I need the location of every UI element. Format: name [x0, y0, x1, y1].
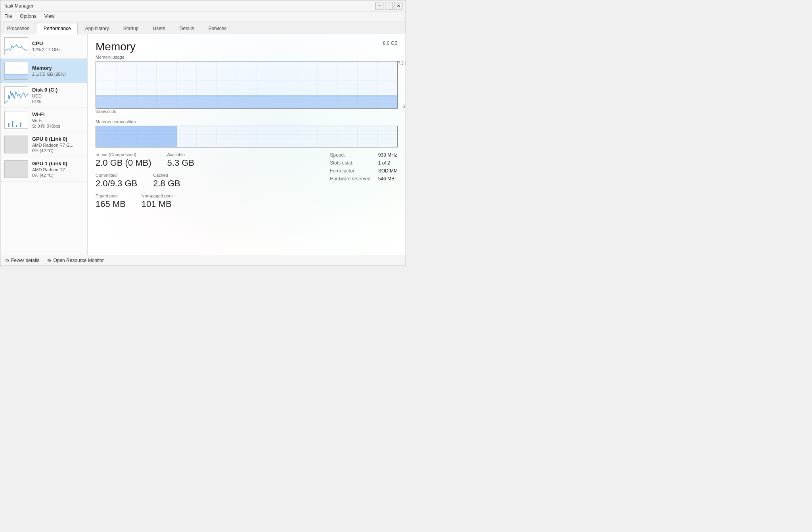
- chart-bottom-scale: 0: [402, 104, 405, 109]
- minimize-button[interactable]: ─: [375, 2, 383, 10]
- main-title: Memory: [96, 40, 398, 53]
- content-area: CPU 12% 2.17 GHz Memory 2.1/7.5 GB (28%): [0, 34, 406, 255]
- menu-options[interactable]: Options: [16, 12, 40, 20]
- hw-value: 546 MB: [378, 176, 398, 182]
- title-bar: Task Manager ─ □ ✕: [0, 0, 406, 11]
- tab-startup[interactable]: Startup: [117, 23, 146, 34]
- speed-value: 933 MHz: [378, 152, 398, 158]
- maximize-button[interactable]: □: [385, 2, 393, 10]
- sidebar: CPU 12% 2.17 GHz Memory 2.1/7.5 GB (28%): [0, 34, 88, 255]
- cpu-detail: 12% 2.17 GHz: [32, 47, 83, 52]
- usage-fill: [96, 96, 397, 108]
- sidebar-item-gpu1[interactable]: GPU 1 (Link 0) AMD Radeon R7 ... 0% (42 …: [0, 157, 87, 182]
- non-paged-label: Non-paged pool: [142, 193, 172, 198]
- wifi-type: Wi-Fi: [32, 118, 83, 123]
- stats-area: In use (Compressed) 2.0 GB (0 MB) Availa…: [96, 152, 398, 209]
- hw-label: Hardware reserved:: [330, 176, 372, 182]
- menu-view[interactable]: View: [40, 12, 59, 20]
- committed-label: Committed: [96, 173, 137, 178]
- gpu1-model: AMD Radeon R7 ...: [32, 167, 83, 172]
- stat-committed: Committed 2.0/9.3 GB: [96, 173, 137, 189]
- disk-info: Disk 0 (C:) HDD 81%: [32, 87, 83, 104]
- bottom-bar: ⊙ Fewer details ⊛ Open Resource Monitor: [0, 255, 406, 266]
- disk-name: Disk 0 (C:): [32, 87, 83, 93]
- fewer-details-label: Fewer details: [11, 258, 39, 263]
- svg-rect-7: [5, 136, 28, 153]
- gpu1-info: GPU 1 (Link 0) AMD Radeon R7 ... 0% (42 …: [32, 161, 83, 178]
- tab-users[interactable]: Users: [146, 23, 172, 34]
- disk-thumbnail: [4, 86, 28, 104]
- tab-performance[interactable]: Performance: [37, 23, 78, 34]
- stats-row3: Paged pool 165 MB Non-paged pool 101 MB: [96, 193, 330, 209]
- form-label: Form factor:: [330, 168, 372, 174]
- tab-processes[interactable]: Processes: [0, 23, 36, 34]
- window-title: Task Manager: [4, 3, 33, 9]
- wifi-speed: S: 0 R: 0 Kbps: [32, 124, 83, 128]
- sidebar-item-cpu[interactable]: CPU 12% 2.17 GHz: [0, 34, 87, 59]
- chart-footer: 60 seconds: [96, 109, 398, 117]
- cached-value: 2.8 GB: [153, 178, 180, 189]
- disk-usage: 81%: [32, 99, 83, 104]
- usage-chart-wrapper: 7.5 GB 0: [96, 61, 398, 109]
- sidebar-item-memory[interactable]: Memory 2.1/7.5 GB (28%): [0, 59, 87, 83]
- stats-right: Speed: 933 MHz Slots used: 1 of 2 Form f…: [330, 152, 398, 182]
- available-label: Available: [167, 152, 194, 157]
- stat-cached: Cached 2.8 GB: [153, 173, 180, 189]
- tab-app-history[interactable]: App history: [79, 23, 116, 34]
- committed-value: 2.0/9.3 GB: [96, 178, 137, 189]
- in-use-label: In use (Compressed): [96, 152, 151, 157]
- composition-fill: [96, 126, 177, 147]
- memory-detail: 2.1/7.5 GB (28%): [32, 72, 83, 77]
- sidebar-item-disk[interactable]: Disk 0 (C:) HDD 81%: [0, 83, 87, 108]
- stats-row1: In use (Compressed) 2.0 GB (0 MB) Availa…: [96, 152, 330, 168]
- memory-composition-chart: [96, 126, 398, 147]
- open-resource-monitor-button[interactable]: ⊛ Open Resource Monitor: [47, 258, 103, 263]
- svg-rect-8: [5, 161, 28, 178]
- chart-top-scale: 7.5 GB: [398, 61, 406, 65]
- sidebar-item-wifi[interactable]: Wi-Fi Wi-Fi S: 0 R: 0 Kbps: [0, 108, 87, 132]
- stats-row2: Committed 2.0/9.3 GB Cached 2.8 GB: [96, 173, 330, 189]
- cached-label: Cached: [153, 173, 180, 178]
- form-value: SODIMM: [378, 168, 398, 174]
- svg-rect-1: [5, 74, 28, 80]
- tab-services[interactable]: Services: [202, 23, 234, 34]
- stats-left: In use (Compressed) 2.0 GB (0 MB) Availa…: [96, 152, 330, 209]
- resource-monitor-icon: ⊛: [47, 258, 51, 263]
- stat-non-paged-pool: Non-paged pool 101 MB: [142, 193, 172, 209]
- wifi-name: Wi-Fi: [32, 111, 83, 117]
- memory-usage-chart: [96, 61, 398, 109]
- gpu0-info: GPU 0 (Link 0) AMD Radeon R7 G... 0% (42…: [32, 136, 83, 153]
- memory-info: Memory 2.1/7.5 GB (28%): [32, 65, 83, 77]
- window-controls: ─ □ ✕: [375, 2, 402, 10]
- cpu-thumbnail: [4, 37, 28, 55]
- fewer-details-icon: ⊙: [5, 258, 9, 263]
- open-monitor-label: Open Resource Monitor: [53, 258, 103, 263]
- gpu0-thumbnail: [4, 136, 28, 153]
- paged-label: Paged pool: [96, 193, 126, 198]
- gpu1-name: GPU 1 (Link 0): [32, 161, 83, 166]
- paged-value: 165 MB: [96, 199, 126, 209]
- menu-file[interactable]: File: [0, 12, 16, 20]
- gpu0-name: GPU 0 (Link 0): [32, 136, 83, 142]
- gpu1-thumbnail: [4, 160, 28, 178]
- menu-bar: File Options View: [0, 11, 406, 21]
- non-paged-value: 101 MB: [142, 199, 172, 209]
- main-content: 8.0 GB Memory Memory usage 7.5 GB 0 60 s…: [88, 34, 406, 255]
- tab-details[interactable]: Details: [173, 23, 201, 34]
- disk-type: HDD: [32, 94, 83, 98]
- memory-thumbnail: [4, 62, 28, 80]
- memory-name: Memory: [32, 65, 83, 71]
- gpu0-usage: 0% (42 °C): [32, 148, 83, 153]
- stat-paged-pool: Paged pool 165 MB: [96, 193, 126, 209]
- close-button[interactable]: ✕: [395, 2, 402, 10]
- task-manager-window: Task Manager ─ □ ✕ File Options View Pro…: [0, 0, 406, 266]
- slots-label: Slots used:: [330, 160, 372, 166]
- speed-label: Speed:: [330, 152, 372, 158]
- slots-value: 1 of 2: [378, 160, 398, 166]
- usage-label: Memory usage: [96, 55, 398, 59]
- time-label: 60 seconds: [96, 109, 116, 114]
- fewer-details-button[interactable]: ⊙ Fewer details: [5, 258, 39, 263]
- sidebar-item-gpu0[interactable]: GPU 0 (Link 0) AMD Radeon R7 G... 0% (42…: [0, 132, 87, 157]
- gpu1-usage: 0% (42 °C): [32, 173, 83, 178]
- memory-top-right: 8.0 GB: [383, 40, 398, 46]
